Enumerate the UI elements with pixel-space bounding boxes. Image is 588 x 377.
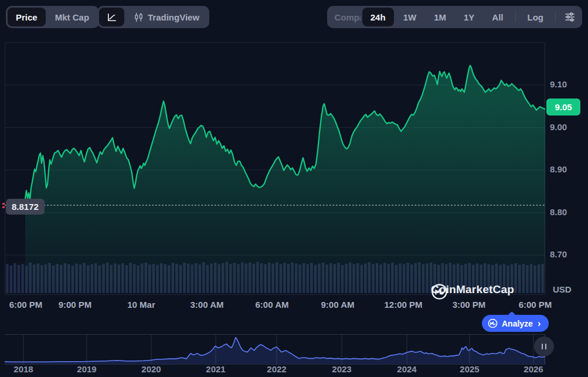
range-1w[interactable]: 1W [395,8,425,26]
navigator-chart[interactable] [5,334,545,365]
line-chart-icon [106,12,117,23]
tradingview-button[interactable]: TradingView [125,8,208,26]
chart-type-toggle: TradingView [97,6,209,28]
year-tick-label: 2025 [460,364,479,374]
year-tick-label: 2019 [77,364,96,374]
price-tick-label: 8.80 [550,207,585,217]
navigator-handle[interactable] [534,337,554,356]
price-tick-label: 8.90 [550,164,585,174]
time-tick-label: 9:00 AM [321,300,355,310]
candlestick-icon [134,12,144,23]
year-tick-label: 2023 [332,364,351,374]
range-1m[interactable]: 1M [426,8,454,26]
time-tick-label: 6:00 PM [9,300,43,310]
year-tick-label: 2026 [524,364,543,374]
year-tick-label: 2022 [267,364,286,374]
coinmarketcap-logo-icon [431,283,448,300]
year-tick-label: 2018 [13,364,33,374]
log-scale-toggle[interactable]: Log [519,8,552,26]
chart-settings-button[interactable] [559,8,580,26]
navigator-area-chart [5,334,545,365]
range-24h[interactable]: 24h [362,8,394,26]
open-price-marker [2,203,5,210]
divider [515,12,516,22]
time-tick-label: 12:00 PM [384,300,422,310]
main-price-chart[interactable]: CoinMarketCap [5,36,545,296]
price-chart-widget: Price Mkt Cap TradingView Compare 24h 1W… [0,0,588,377]
analyze-button[interactable]: Analyze › [482,315,549,332]
chevron-right-icon: › [538,318,541,329]
metric-toggle: Price Mkt Cap [6,6,99,28]
price-tick-label: 9.00 [550,122,585,132]
year-tick-label: 2021 [206,364,225,374]
coinmarketcap-watermark: CoinMarketCap [431,283,514,296]
range-all[interactable]: All [484,8,511,26]
year-tick-label: 2020 [141,364,161,374]
time-tick-label: 6:00 AM [256,300,289,310]
year-tick-label: 2024 [397,364,416,374]
price-tick-label: 8.70 [550,249,585,259]
price-area-chart [5,36,545,296]
mktcap-tab[interactable]: Mkt Cap [47,8,97,26]
coinmarketcap-logo-icon [488,318,498,328]
currency-unit-label: USD [553,284,572,294]
price-tick-label: 9.10 [550,79,585,89]
current-price-badge: 9.05 [546,99,580,116]
time-tick-label: 10 Mar [127,300,155,310]
price-tab[interactable]: Price [8,8,46,26]
open-price-label: 8.8172 [6,199,45,215]
time-tick-label: 9:00 PM [59,300,92,310]
range-1y[interactable]: 1Y [456,8,482,26]
sliders-icon [564,11,576,23]
line-chart-type-button[interactable] [99,8,124,26]
divider [555,12,556,22]
tradingview-label: TradingView [148,12,199,22]
time-tick-label: 6:00 PM [519,300,552,310]
time-tick-label: 3:00 PM [453,300,486,310]
time-tick-label: 3:00 AM [191,300,224,310]
range-selector: 24h 1W 1M 1Y All Log [361,6,582,28]
